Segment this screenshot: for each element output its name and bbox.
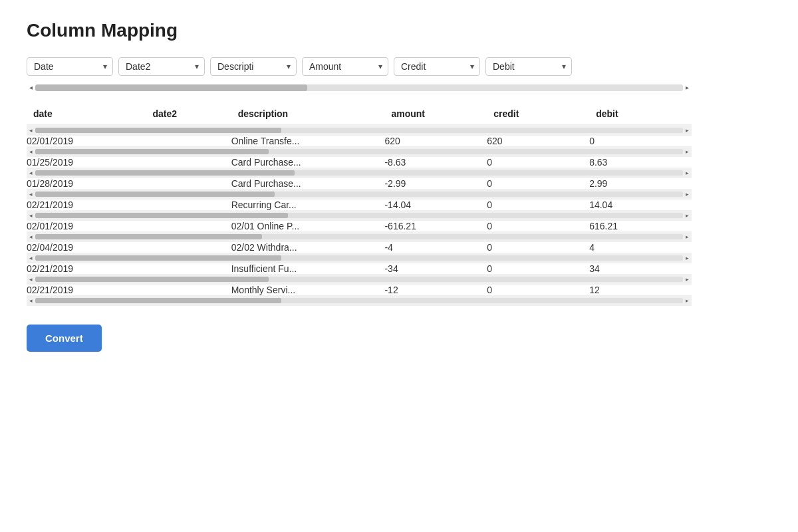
- bottom-scroll-left[interactable]: ◂: [27, 297, 35, 304]
- select-amount[interactable]: Date Date2 Description Amount Credit Deb…: [309, 61, 382, 72]
- cell-date: 02/01/2019: [27, 136, 146, 146]
- select-credit[interactable]: Date Date2 Description Amount Credit Deb…: [401, 61, 474, 72]
- row-scroll-right[interactable]: ▸: [683, 170, 692, 176]
- row-scroll-left[interactable]: ◂: [27, 255, 35, 261]
- cell-date: 02/21/2019: [27, 200, 146, 210]
- cell-amount: -4: [384, 242, 487, 253]
- row-scrollbar[interactable]: ◂ ▸: [27, 231, 692, 242]
- row-scroll-left[interactable]: ◂: [27, 233, 35, 240]
- cell-date2: [146, 263, 231, 274]
- dropdown-credit[interactable]: Date Date2 Description Amount Credit Deb…: [394, 57, 480, 76]
- cell-credit: 620: [487, 136, 589, 146]
- dropdown-date2[interactable]: Date Date2 Description Amount Credit Deb…: [118, 57, 205, 76]
- row-scroll-left[interactable]: ◂: [27, 276, 35, 283]
- dropdown-date[interactable]: Date Date2 Description Amount Credit Deb…: [27, 57, 113, 76]
- cell-description: Online Transfe...: [231, 136, 385, 146]
- cell-debit: 34: [589, 263, 692, 274]
- cell-credit: 0: [487, 285, 589, 295]
- row-scroll-left[interactable]: ◂: [27, 148, 35, 155]
- table-row: 02/21/2019 Monthly Servi... -12 0 12: [27, 285, 692, 295]
- scroll-right-arrow[interactable]: ▸: [683, 84, 692, 91]
- select-description[interactable]: Date Date2 Descripti Amount Credit Debit: [217, 61, 291, 72]
- row-scrollbar[interactable]: ◂ ▸: [27, 189, 692, 200]
- cell-amount: -12: [384, 285, 487, 295]
- row-scroll-left[interactable]: ◂: [27, 212, 35, 219]
- cell-date: 01/25/2019: [27, 157, 146, 168]
- row-scroll-right[interactable]: ▸: [683, 212, 692, 219]
- page-title: Column Mapping: [27, 20, 771, 41]
- cell-date: 02/04/2019: [27, 242, 146, 253]
- select-date2[interactable]: Date Date2 Description Amount Credit Deb…: [126, 61, 199, 72]
- cell-date2: [146, 242, 231, 253]
- cell-amount: -34: [384, 263, 487, 274]
- row-scroll-left[interactable]: ◂: [27, 127, 35, 134]
- cell-description: Monthly Servi...: [231, 285, 385, 295]
- row-scroll-right[interactable]: ▸: [683, 127, 692, 134]
- table-row: 01/28/2019 Card Purchase... -2.99 0 2.99: [27, 178, 692, 189]
- cell-date2: [146, 221, 231, 231]
- bottom-scrollbar-row[interactable]: ◂ ▸: [27, 295, 692, 306]
- row-scroll-right[interactable]: ▸: [683, 191, 692, 198]
- row-scrollbar[interactable]: ◂ ▸: [27, 168, 692, 178]
- row-scroll-right[interactable]: ▸: [683, 233, 692, 240]
- cell-description: 02/02 Withdra...: [231, 242, 385, 253]
- cell-date2: [146, 285, 231, 295]
- table-row: 02/04/2019 02/02 Withdra... -4 0 4: [27, 242, 692, 253]
- dropdown-debit[interactable]: Date Date2 Description Amount Credit Deb…: [485, 57, 572, 76]
- row-scrollbar[interactable]: ◂ ▸: [27, 146, 692, 157]
- row-scrollbar[interactable]: ◂ ▸: [27, 253, 692, 263]
- row-scrollbar[interactable]: ◂ ▸: [27, 274, 692, 285]
- row-scroll-right[interactable]: ▸: [683, 276, 692, 283]
- cell-date: 02/21/2019: [27, 263, 146, 274]
- header-credit: credit: [487, 103, 589, 125]
- cell-debit: 4: [589, 242, 692, 253]
- row-scrollbar[interactable]: ◂ ▸: [27, 210, 692, 221]
- header-debit: debit: [589, 103, 692, 125]
- cell-description: 02/01 Online P...: [231, 221, 385, 231]
- cell-amount: 620: [384, 136, 487, 146]
- table-header-row: date date2 description amount credit deb…: [27, 103, 692, 125]
- header-amount: amount: [384, 103, 487, 125]
- cell-date2: [146, 178, 231, 189]
- table-row: 01/25/2019 Card Purchase... -8.63 0 8.63: [27, 157, 692, 168]
- cell-amount: -2.99: [384, 178, 487, 189]
- cell-date: 02/21/2019: [27, 285, 146, 295]
- dropdowns-row: Date Date2 Description Amount Credit Deb…: [27, 57, 692, 76]
- cell-date2: [146, 157, 231, 168]
- table-row: 02/01/2019 Online Transfe... 620 620 0: [27, 136, 692, 146]
- row-scrollbar[interactable]: ◂ ▸: [27, 125, 692, 136]
- top-scrollbar[interactable]: ◂ ▸: [27, 84, 692, 91]
- header-date: date: [27, 103, 146, 125]
- cell-date2: [146, 136, 231, 146]
- dropdown-amount[interactable]: Date Date2 Description Amount Credit Deb…: [302, 57, 388, 76]
- select-debit[interactable]: Date Date2 Description Amount Credit Deb…: [493, 61, 566, 72]
- dropdown-description[interactable]: Date Date2 Descripti Amount Credit Debit: [210, 57, 297, 76]
- table-row: 02/01/2019 02/01 Online P... -616.21 0 6…: [27, 221, 692, 231]
- cell-credit: 0: [487, 242, 589, 253]
- cell-amount: -8.63: [384, 157, 487, 168]
- cell-debit: 616.21: [589, 221, 692, 231]
- select-date[interactable]: Date Date2 Description Amount Credit Deb…: [34, 61, 107, 72]
- header-date2: date2: [146, 103, 231, 125]
- row-scroll-right[interactable]: ▸: [683, 148, 692, 155]
- table-row: 02/21/2019 Recurring Car... -14.04 0 14.…: [27, 200, 692, 210]
- cell-date: 02/01/2019: [27, 221, 146, 231]
- cell-debit: 14.04: [589, 200, 692, 210]
- cell-description: Recurring Car...: [231, 200, 385, 210]
- row-scroll-left[interactable]: ◂: [27, 191, 35, 198]
- cell-description: Card Purchase...: [231, 178, 385, 189]
- cell-description: Card Purchase...: [231, 157, 385, 168]
- convert-button[interactable]: Convert: [27, 325, 102, 352]
- scroll-left-arrow[interactable]: ◂: [27, 84, 35, 91]
- cell-amount: -14.04: [384, 200, 487, 210]
- cell-credit: 0: [487, 178, 589, 189]
- bottom-scroll-right[interactable]: ▸: [683, 297, 692, 304]
- row-scroll-right[interactable]: ▸: [683, 255, 692, 261]
- cell-debit: 2.99: [589, 178, 692, 189]
- cell-debit: 8.63: [589, 157, 692, 168]
- row-scroll-left[interactable]: ◂: [27, 170, 35, 176]
- cell-credit: 0: [487, 263, 589, 274]
- cell-credit: 0: [487, 221, 589, 231]
- cell-credit: 0: [487, 157, 589, 168]
- cell-date: 01/28/2019: [27, 178, 146, 189]
